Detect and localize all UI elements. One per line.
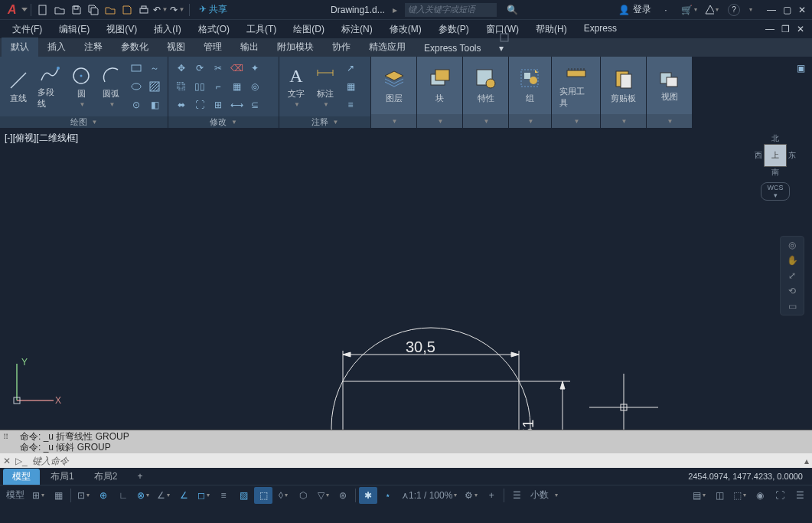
ribbon-tab-2[interactable]: 注释 bbox=[75, 38, 112, 57]
orbit-icon[interactable]: ⟲ bbox=[788, 286, 796, 296]
move-icon[interactable]: ✥ bbox=[173, 60, 190, 77]
transparency-icon[interactable]: ▨ bbox=[234, 487, 253, 504]
units-display[interactable]: 小数 bbox=[527, 487, 552, 504]
table-icon[interactable]: ▦ bbox=[342, 78, 359, 95]
command-close-icon[interactable]: ✕ bbox=[3, 456, 11, 466]
spline-icon[interactable]: ～ bbox=[146, 60, 163, 77]
ribbon-tab-6[interactable]: 输出 bbox=[231, 38, 268, 57]
login-button[interactable]: 👤登录 bbox=[618, 3, 651, 16]
ribbon-tab-0[interactable]: 默认 bbox=[2, 38, 38, 57]
layout-tab-1[interactable]: 布局1 bbox=[41, 469, 83, 485]
new-icon[interactable] bbox=[36, 3, 50, 17]
annotation-scale-icon[interactable]: ⋏ 1:1 / 100% ▾ bbox=[399, 487, 460, 504]
stretch-icon[interactable]: ⬌ bbox=[173, 96, 190, 113]
open-icon[interactable] bbox=[53, 3, 67, 17]
ribbon-tab-7[interactable]: 附加模块 bbox=[268, 38, 323, 57]
cloud-open-icon[interactable] bbox=[103, 3, 117, 17]
annotation-monitor-icon[interactable]: + bbox=[482, 487, 501, 504]
menu-插入(I)[interactable]: 插入(I) bbox=[146, 21, 188, 38]
autodesk-app-icon[interactable]: ▾ bbox=[705, 3, 719, 17]
annotation-visibility-icon[interactable]: ✱ bbox=[359, 487, 377, 504]
showmotion-icon[interactable]: ▭ bbox=[788, 301, 797, 312]
search-input[interactable]: 键入关键字或短语 bbox=[405, 3, 497, 17]
pan-icon[interactable]: ✋ bbox=[787, 255, 798, 266]
osnap-icon[interactable]: ◻▾ bbox=[194, 487, 213, 504]
undo-icon[interactable]: ↶▼ bbox=[154, 3, 168, 17]
command-drag-handle[interactable]: ⠿ bbox=[3, 432, 8, 443]
menu-视图(V)[interactable]: 视图(V) bbox=[99, 21, 145, 38]
add-layout-button[interactable]: + bbox=[128, 469, 152, 483]
otrack-icon[interactable]: ∠ bbox=[174, 487, 193, 504]
ribbon-tab-1[interactable]: 插入 bbox=[38, 38, 75, 57]
lengthen-icon[interactable]: ⟷ bbox=[228, 96, 245, 113]
command-history[interactable]: ⠿ 命令: _u 折弯线性 GROUP 命令: _u 倾斜 GROUP bbox=[0, 430, 812, 453]
scale-icon[interactable]: ⛶ bbox=[191, 96, 208, 113]
arc-button[interactable]: 圆弧▼ bbox=[98, 64, 125, 110]
ellipse-icon[interactable] bbox=[128, 78, 145, 95]
lock-ui-icon[interactable]: ▤▾ bbox=[690, 487, 709, 504]
drawing-canvas[interactable]: [-][俯视][二维线框] 30,5 15,51 bbox=[0, 129, 812, 430]
properties-button[interactable]: 特性 bbox=[471, 65, 501, 106]
circle-button[interactable]: 圆▼ bbox=[68, 64, 95, 110]
point-icon[interactable]: ⊙ bbox=[128, 96, 145, 113]
menu-格式(O)[interactable]: 格式(O) bbox=[191, 21, 237, 38]
navigation-bar[interactable]: ◎ ✋ ⤢ ⟲ ▭ bbox=[780, 236, 804, 315]
dimension-button[interactable]: 标注▼ bbox=[311, 64, 339, 110]
mirror-icon[interactable]: ▯▯ bbox=[191, 78, 208, 95]
menu-标注(N)[interactable]: 标注(N) bbox=[334, 21, 380, 38]
viewcube[interactable]: 北 西 上 东 南 WCS ▾ bbox=[752, 133, 798, 202]
ribbon-tab-5[interactable]: 管理 bbox=[194, 38, 231, 57]
line-button[interactable]: 直线 bbox=[5, 68, 31, 106]
array-icon[interactable]: ▦ bbox=[228, 78, 245, 95]
help-icon[interactable]: ? bbox=[728, 4, 740, 16]
ribbon-tab-3[interactable]: 参数化 bbox=[112, 38, 158, 57]
menu-绘图(D)[interactable]: 绘图(D) bbox=[285, 21, 332, 38]
explode-icon[interactable]: ✦ bbox=[246, 60, 263, 77]
ortho-icon[interactable]: ∟ bbox=[114, 487, 132, 504]
autoscale-icon[interactable]: ⋆ bbox=[379, 487, 397, 504]
menu-修改(M)[interactable]: 修改(M) bbox=[382, 21, 429, 38]
isolate-icon[interactable]: ◫ bbox=[710, 487, 729, 504]
save-icon[interactable] bbox=[70, 3, 83, 17]
coordinates-display[interactable]: 2454.0974, 1477.4233, 0.0000 bbox=[688, 472, 809, 481]
menu-帮助(H)[interactable]: 帮助(H) bbox=[528, 21, 575, 38]
cloud-save-icon[interactable] bbox=[120, 3, 134, 17]
align-icon[interactable]: ⊆ bbox=[246, 96, 263, 113]
mdi-restore[interactable]: ❐ bbox=[778, 23, 792, 35]
workspace-icon[interactable]: ⚙▾ bbox=[461, 487, 481, 504]
quick-properties-icon[interactable]: ☰ bbox=[507, 487, 526, 504]
graphics-perf-icon[interactable]: ◉ bbox=[751, 487, 769, 504]
layout-tab-2[interactable]: 布局2 bbox=[85, 469, 127, 485]
gizmo-icon[interactable]: ⊛ bbox=[334, 487, 352, 504]
zoom-extents-icon[interactable]: ⤢ bbox=[788, 270, 796, 281]
mdi-close[interactable]: ✕ bbox=[794, 23, 807, 35]
rotate-icon[interactable]: ⟳ bbox=[191, 60, 208, 77]
model-space-button[interactable]: 模型 bbox=[3, 487, 28, 504]
utilities-button[interactable]: 实用工具 bbox=[556, 61, 595, 110]
customization-icon[interactable]: ☰ bbox=[791, 487, 809, 504]
view-button[interactable]: 视图 bbox=[654, 67, 685, 104]
fillet-icon[interactable]: ⌐ bbox=[210, 78, 227, 95]
menu-参数(P)[interactable]: 参数(P) bbox=[431, 21, 477, 38]
text-button[interactable]: A文字▼ bbox=[284, 64, 308, 110]
group-button[interactable]: 组 bbox=[515, 65, 546, 106]
offset-icon[interactable]: ◎ bbox=[246, 78, 263, 95]
command-options-icon[interactable]: ▴ bbox=[804, 456, 809, 466]
mtext-icon[interactable]: ≡ bbox=[342, 96, 359, 113]
mdi-minimize[interactable]: — bbox=[763, 23, 777, 35]
close-button[interactable]: ✕ bbox=[795, 4, 809, 16]
selection-cycling-icon[interactable]: ⬚ bbox=[254, 487, 272, 504]
menu-文件(F)[interactable]: 文件(F) bbox=[5, 21, 50, 38]
clipboard-button[interactable]: 剪贴板 bbox=[608, 65, 639, 106]
redo-icon[interactable]: ↷▼ bbox=[171, 3, 184, 17]
ribbon-tab-8[interactable]: 协作 bbox=[323, 38, 360, 57]
leader-icon[interactable]: ↗ bbox=[342, 60, 359, 77]
minimize-button[interactable]: — bbox=[765, 4, 778, 16]
region-icon[interactable]: ◧ bbox=[146, 96, 163, 113]
ribbon-tab-4[interactable]: 视图 bbox=[158, 38, 194, 57]
ribbon-collapse-icon[interactable]: ▣ bbox=[792, 60, 809, 77]
cart-icon[interactable]: 🛒▾ bbox=[682, 3, 696, 17]
erase-icon[interactable]: ⌫ bbox=[228, 60, 245, 77]
filter-icon[interactable]: ▽▾ bbox=[314, 487, 332, 504]
rectangle-icon[interactable] bbox=[128, 60, 145, 77]
